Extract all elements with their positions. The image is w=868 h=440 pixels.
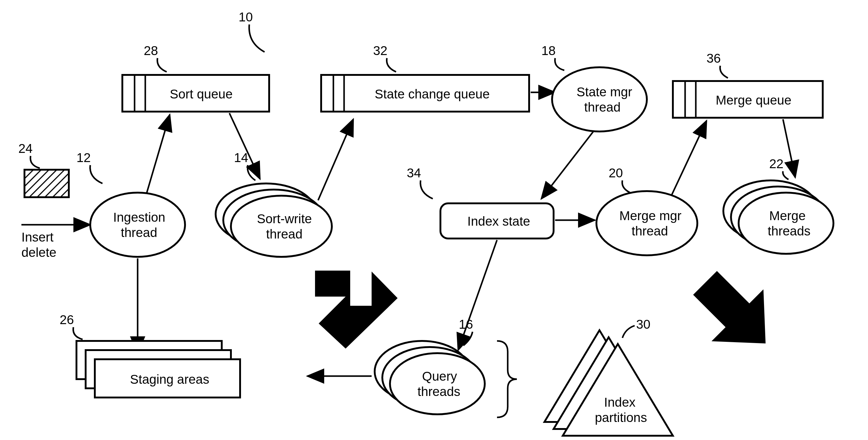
index-partitions-label1: Index bbox=[604, 395, 636, 409]
ref-18: 18 bbox=[541, 43, 556, 58]
svg-line-18 bbox=[783, 119, 795, 177]
svg-line-14 bbox=[458, 240, 497, 350]
ref-36: 36 bbox=[707, 51, 721, 65]
query-threads-label2: threads bbox=[417, 384, 460, 399]
svg-line-12 bbox=[541, 131, 593, 199]
svg-line-6 bbox=[229, 113, 260, 179]
svg-line-15 bbox=[671, 121, 707, 196]
ref-28: 28 bbox=[144, 43, 158, 58]
merge-threads-label2: threads bbox=[768, 224, 810, 238]
staging-label: Staging areas bbox=[130, 372, 209, 386]
ref-10: 10 bbox=[239, 10, 253, 24]
ingestion-thread-label1: Ingestion bbox=[113, 210, 165, 224]
query-threads-label1: Query bbox=[422, 369, 457, 383]
insert-label: Insert bbox=[22, 230, 54, 244]
bold-arrow-left bbox=[315, 271, 398, 349]
state-mgr-label1: State mgr bbox=[577, 85, 632, 99]
ingestion-thread-label2: thread bbox=[121, 225, 157, 240]
merge-mgr-label1: Merge mgr bbox=[619, 209, 681, 223]
ref-26: 26 bbox=[60, 313, 74, 327]
merge-mgr-label2: thread bbox=[631, 224, 668, 238]
query-threads-1 bbox=[390, 353, 485, 414]
ref-20: 20 bbox=[609, 166, 623, 180]
merge-threads-label1: Merge bbox=[769, 209, 806, 223]
ref-32: 32 bbox=[373, 43, 388, 58]
ref-34: 34 bbox=[407, 166, 421, 180]
ref-30: 30 bbox=[636, 317, 651, 332]
sort-write-thread-1 bbox=[231, 196, 332, 257]
merge-mgr-thread bbox=[596, 191, 698, 255]
ref-12: 12 bbox=[76, 151, 91, 165]
state-mgr-thread bbox=[552, 67, 647, 131]
state-change-label: State change queue bbox=[375, 87, 490, 101]
merge-queue-label: Merge queue bbox=[716, 93, 792, 107]
svg-line-7 bbox=[318, 119, 353, 200]
index-state-label: Index state bbox=[467, 214, 530, 228]
ref-14: 14 bbox=[234, 151, 248, 165]
ref-16: 16 bbox=[459, 317, 473, 332]
bold-arrow-right bbox=[679, 257, 792, 369]
ingestion-thread bbox=[90, 193, 185, 257]
svg-line-5 bbox=[147, 115, 170, 193]
insert-delete-box bbox=[25, 170, 69, 197]
index-partitions-label2: partitions bbox=[595, 410, 647, 425]
sort-write-label1: Sort-write bbox=[257, 212, 312, 226]
architecture-diagram: 10 24 Insert delete Ingestion thread 12 … bbox=[0, 0, 868, 440]
state-mgr-label2: thread bbox=[584, 100, 621, 114]
sort-write-label2: thread bbox=[266, 227, 303, 241]
sort-queue-label: Sort queue bbox=[170, 87, 233, 101]
merge-threads-1 bbox=[739, 193, 833, 254]
ref-24: 24 bbox=[18, 141, 33, 156]
delete-label: delete bbox=[22, 245, 56, 260]
ref-22: 22 bbox=[769, 157, 783, 171]
